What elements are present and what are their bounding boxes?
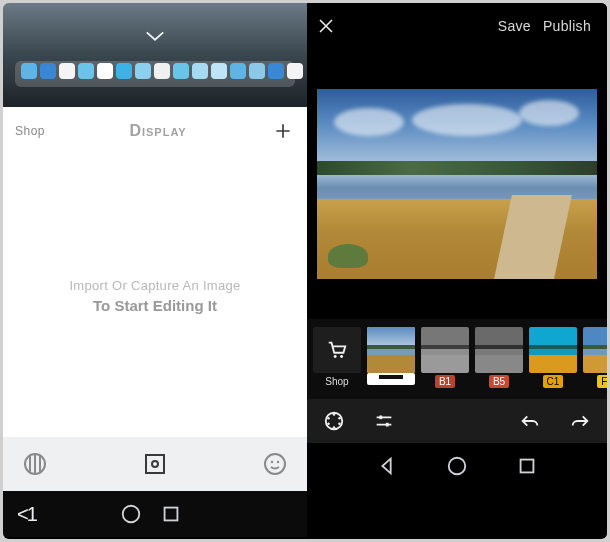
svg-rect-20	[521, 460, 534, 473]
save-button[interactable]: Save	[492, 18, 537, 34]
android-back-icon[interactable]	[376, 455, 398, 477]
android-recents-icon[interactable]	[151, 503, 191, 525]
dock-app-icon	[211, 63, 227, 79]
svg-point-13	[338, 422, 341, 425]
page-title: Display	[129, 122, 186, 140]
filter-original-tile[interactable]	[367, 327, 415, 391]
android-nav-bar-left: <1	[3, 491, 307, 537]
dock-app-icon	[116, 63, 132, 79]
dock-app-icon	[59, 63, 75, 79]
vsco-library-pane: Shop Display Import Or Capture An Image …	[3, 3, 307, 537]
android-home-icon[interactable]	[111, 503, 151, 525]
android-nav-bar-right	[307, 443, 607, 489]
empty-state-line1: Import Or Capture An Image	[69, 278, 240, 293]
svg-point-16	[327, 417, 330, 420]
svg-point-12	[338, 417, 341, 420]
editor-header: Save Publish	[307, 3, 607, 49]
filter-strip[interactable]: Shop B1B5C1F2	[307, 319, 607, 399]
svg-rect-7	[165, 508, 178, 521]
svg-point-3	[265, 454, 285, 474]
empty-state: Import Or Capture An Image To Start Edit…	[3, 155, 307, 437]
filter-label: F2	[597, 375, 607, 388]
filter-shop-label: Shop	[321, 375, 352, 388]
dock-app-icon	[154, 63, 170, 79]
svg-point-4	[271, 461, 273, 463]
dock-app-icon	[173, 63, 189, 79]
filter-tile-b5[interactable]: B5	[475, 327, 523, 391]
filter-label: C1	[543, 375, 564, 388]
svg-point-15	[327, 422, 330, 425]
android-recents-icon[interactable]	[516, 455, 538, 477]
grid-shutter-icon[interactable]	[23, 452, 47, 476]
svg-point-11	[333, 413, 336, 416]
dock-app-icon	[21, 63, 37, 79]
undo-icon[interactable]	[519, 410, 541, 432]
library-header: Shop Display	[3, 107, 307, 155]
svg-point-6	[123, 506, 140, 523]
chevron-down-icon[interactable]	[144, 29, 166, 43]
svg-rect-1	[146, 455, 164, 473]
svg-point-8	[334, 355, 337, 358]
svg-point-5	[277, 461, 279, 463]
dock-app-icon	[40, 63, 56, 79]
image-preview[interactable]	[307, 49, 607, 319]
dock-app-icon	[249, 63, 265, 79]
cart-icon	[326, 339, 348, 361]
svg-point-19	[449, 458, 466, 475]
editor-toolbar	[307, 399, 607, 443]
filter-tile-f2[interactable]: F2	[583, 327, 607, 391]
empty-state-line2: To Start Editing It	[93, 297, 217, 314]
dock-app-icon	[97, 63, 113, 79]
shop-link[interactable]: Shop	[15, 124, 45, 138]
dock-app-icon	[78, 63, 94, 79]
dock-app-icon	[230, 63, 246, 79]
add-image-button[interactable]	[271, 119, 295, 143]
svg-rect-18	[386, 423, 389, 427]
sliders-icon[interactable]	[373, 410, 395, 432]
camera-icon[interactable]	[143, 452, 167, 476]
filter-tile-b1[interactable]: B1	[421, 327, 469, 391]
nav-back-text[interactable]: <1	[13, 503, 36, 526]
svg-point-14	[333, 426, 336, 429]
filter-shop-tile[interactable]: Shop	[313, 327, 361, 391]
filter-label: B5	[489, 375, 509, 388]
svg-point-2	[152, 461, 158, 467]
filter-label: B1	[435, 375, 455, 388]
dock-app-icon	[135, 63, 151, 79]
macbook-photo-preview	[3, 3, 307, 107]
presets-wheel-icon[interactable]	[323, 410, 345, 432]
dock-app-icon	[268, 63, 284, 79]
close-button[interactable]	[317, 17, 335, 35]
dock-app-icon	[287, 63, 303, 79]
svg-point-9	[340, 355, 343, 358]
publish-button[interactable]: Publish	[537, 18, 597, 34]
filter-tile-c1[interactable]: C1	[529, 327, 577, 391]
android-home-icon[interactable]	[446, 455, 468, 477]
redo-icon[interactable]	[569, 410, 591, 432]
dock-app-icon	[192, 63, 208, 79]
profile-smiley-icon[interactable]	[263, 452, 287, 476]
svg-rect-17	[379, 416, 382, 420]
bottom-toolbar	[3, 437, 307, 491]
vsco-editor-pane: Save Publish Shop	[307, 3, 607, 537]
